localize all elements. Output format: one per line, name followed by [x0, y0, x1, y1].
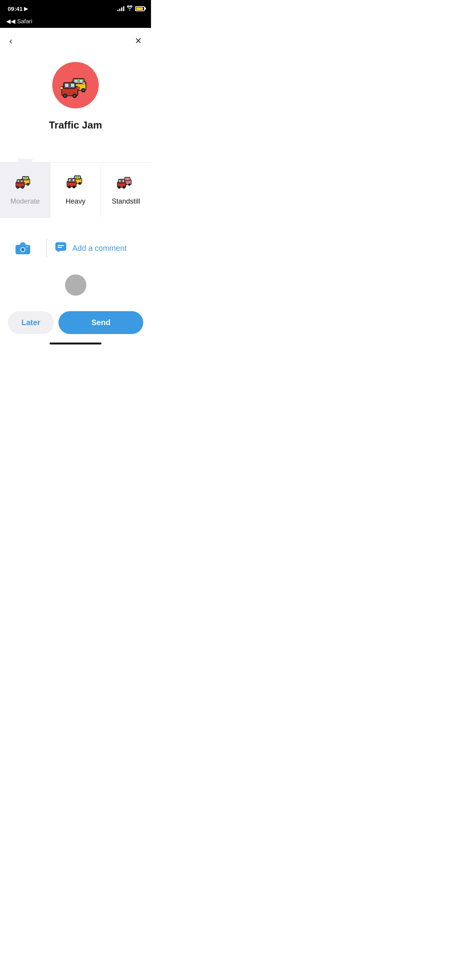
status-bar: 09:41 ▶	[0, 0, 151, 17]
home-bar	[50, 343, 101, 344]
page-title: Traffic Jam	[49, 119, 102, 131]
record-button[interactable]	[65, 274, 86, 296]
svg-rect-12	[70, 83, 74, 87]
wifi-icon	[127, 5, 133, 12]
svg-rect-38	[75, 176, 77, 178]
svg-rect-39	[78, 176, 80, 178]
later-button[interactable]: Later	[8, 311, 54, 334]
back-icon: ‹	[9, 36, 12, 46]
svg-rect-45	[72, 179, 75, 182]
moderate-label: Moderate	[10, 197, 40, 206]
photo-button[interactable]	[12, 238, 39, 258]
svg-rect-64	[26, 246, 28, 247]
nav-bar: ‹ ✕	[0, 28, 151, 54]
svg-point-34	[22, 187, 23, 188]
option-heavy[interactable]: Heavy	[50, 163, 100, 218]
bottom-actions: Later Send	[0, 303, 151, 338]
svg-rect-21	[23, 177, 25, 179]
safari-bar: ◀ ◀ Safari	[0, 17, 151, 28]
add-comment-label: Add a comment	[72, 244, 127, 253]
svg-rect-30	[21, 180, 23, 182]
svg-point-16	[73, 95, 76, 97]
svg-rect-44	[69, 179, 71, 182]
svg-point-32	[17, 187, 18, 188]
option-moderate[interactable]: Moderate	[0, 163, 50, 218]
moderate-icon	[15, 173, 35, 193]
svg-rect-66	[58, 245, 64, 246]
svg-point-41	[78, 182, 81, 185]
actions-row: Add a comment	[0, 226, 151, 271]
camera-icon	[15, 241, 31, 255]
heavy-label: Heavy	[65, 197, 85, 206]
close-icon: ✕	[135, 36, 142, 46]
svg-point-26	[27, 184, 28, 185]
hero-icon-circle	[52, 62, 99, 108]
mic-area	[0, 271, 151, 303]
svg-rect-55	[119, 180, 121, 182]
option-standstill[interactable]: Standstill	[101, 163, 151, 218]
svg-rect-8	[82, 82, 85, 84]
home-indicator	[0, 338, 151, 348]
svg-rect-50	[125, 177, 130, 181]
svg-rect-18	[77, 87, 80, 89]
svg-point-14	[64, 95, 66, 97]
svg-point-58	[123, 186, 125, 189]
add-comment-button[interactable]: Add a comment	[55, 242, 139, 255]
standstill-label: Standstill	[112, 197, 140, 206]
action-divider	[46, 238, 47, 258]
svg-rect-17	[60, 87, 63, 89]
close-button[interactable]: ✕	[133, 34, 143, 48]
svg-point-7	[82, 89, 84, 91]
signal-icon	[117, 6, 124, 11]
svg-point-46	[68, 186, 70, 188]
svg-rect-35	[23, 182, 25, 183]
svg-rect-11	[65, 83, 69, 87]
safari-label: ◀ Safari	[11, 18, 32, 25]
safari-back-icon: ◀	[6, 18, 11, 25]
svg-point-57	[118, 186, 121, 189]
hero-section: Traffic Jam	[0, 54, 151, 147]
send-button[interactable]: Send	[58, 311, 143, 334]
traffic-jam-icon	[59, 72, 92, 99]
location-icon: ▶	[24, 6, 28, 12]
heavy-icon	[65, 173, 86, 193]
svg-rect-65	[55, 242, 66, 251]
svg-rect-22	[26, 177, 28, 179]
comment-icon	[55, 242, 68, 255]
svg-point-47	[72, 186, 75, 188]
svg-point-52	[128, 183, 130, 186]
standstill-icon	[116, 173, 136, 193]
svg-rect-59	[124, 182, 126, 183]
status-indicators	[117, 5, 145, 12]
back-button[interactable]: ‹	[8, 34, 14, 48]
options-section: Moderate	[0, 162, 151, 218]
svg-rect-29	[17, 180, 19, 182]
status-time: 09:41	[8, 5, 22, 12]
battery-icon	[135, 6, 145, 11]
svg-rect-56	[122, 180, 124, 182]
svg-rect-67	[58, 247, 62, 248]
svg-point-63	[22, 248, 24, 251]
svg-rect-48	[75, 182, 76, 183]
